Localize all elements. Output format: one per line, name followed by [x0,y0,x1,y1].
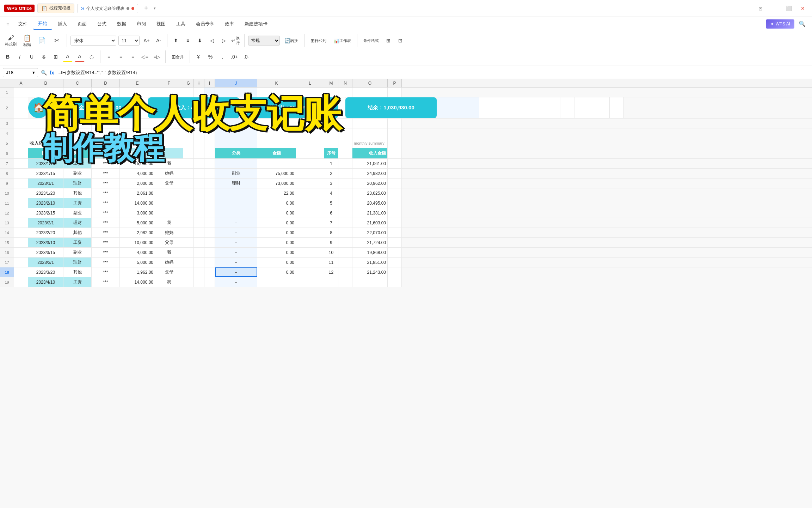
font-color-button[interactable]: A [75,52,85,62]
cell-13b[interactable]: 2023/2/1 [28,218,63,228]
cell-8n[interactable] [338,169,352,178]
menu-page[interactable]: 页面 [73,19,92,29]
minimize-button[interactable]: — [770,4,780,13]
cell-3p[interactable] [388,119,402,128]
paste-button[interactable]: 📋 粘贴 [21,33,33,48]
cell-10l[interactable] [296,188,324,198]
cell-11d[interactable]: *** [92,198,120,208]
cell-5i[interactable] [204,138,215,148]
cell-4j[interactable] [215,128,257,138]
col-header-e[interactable]: E [120,79,155,87]
cell-15d[interactable]: *** [92,238,120,247]
cell-12j[interactable] [215,208,257,218]
cell-17k[interactable]: 0.00 [257,258,296,267]
cell-reference-box[interactable]: J18 ▾ [3,68,38,77]
cell-1l[interactable] [296,87,324,97]
align-middle-button[interactable]: ≡ [183,36,193,46]
cell-8c[interactable]: 副业 [63,169,92,178]
col-header-c[interactable]: C [63,79,92,87]
cell-17b[interactable]: 2023/3/1 [28,258,63,267]
cell-7c[interactable]: 工资 [63,159,92,168]
cell-1j[interactable] [215,87,257,97]
menu-formula[interactable]: 公式 [92,19,111,29]
cell-13j[interactable]: − [215,218,257,228]
row-col-button[interactable]: ⊞ 行和列 [308,36,329,46]
cell-8j[interactable]: 副业 [215,169,257,178]
font-name-select[interactable]: 宋体 [70,36,116,46]
col-header-f[interactable]: F [155,79,183,87]
cell-2k[interactable] [479,97,518,118]
cell-2p[interactable] [610,97,624,118]
cell-14i[interactable] [204,228,215,237]
cell-9e[interactable]: 2,000.00 [120,179,155,188]
cell-7k[interactable] [257,159,296,168]
conditional-format-button[interactable]: 条件格式 [361,36,381,46]
more-button[interactable]: ⊞ [383,36,393,46]
cell-7n[interactable] [338,159,352,168]
cell-7b[interactable]: 2023/1/10 [28,159,63,168]
cell-15n[interactable] [338,238,352,247]
cell-8e[interactable]: 4,000.00 [120,169,155,178]
cell-4e[interactable] [120,128,155,138]
cell-7j[interactable] [215,159,257,168]
cell-7i[interactable] [204,159,215,168]
cell-2j[interactable] [437,97,479,118]
tab-template[interactable]: 📋 找程壳模板 [37,4,74,13]
cell-14e[interactable]: 2,982.00 [120,228,155,237]
erase-format-button[interactable]: ◌ [87,52,97,62]
cell-4a[interactable] [14,128,28,138]
cell-17f[interactable]: 她妈 [155,258,183,267]
align-right2-button[interactable]: ≡ [128,52,138,62]
cell-16d[interactable]: *** [92,248,120,257]
cell-12i[interactable] [204,208,215,218]
cell-1h[interactable] [194,87,204,97]
col-header-m[interactable]: M [324,79,338,87]
cell-14c[interactable]: 其他 [63,228,92,237]
cell-11f[interactable] [155,198,183,208]
cell-10m[interactable]: 4 [324,188,338,198]
cell-19m[interactable] [324,277,338,287]
copy-button[interactable]: 📄 [36,36,48,46]
cell-13l[interactable] [296,218,324,228]
cell-3l[interactable] [296,119,324,128]
currency-button[interactable]: ¥ [193,52,203,62]
cell-2l[interactable] [518,97,546,118]
cell-18p[interactable] [388,267,402,277]
cell-17j[interactable]: − [215,258,257,267]
cell-9m[interactable]: 3 [324,179,338,188]
cell-1i[interactable] [204,87,215,97]
cell-17g[interactable] [183,258,194,267]
cell-15i[interactable] [204,238,215,247]
cell-9d[interactable]: *** [92,179,120,188]
cell-1a[interactable] [14,87,28,97]
align-left2-button[interactable]: ≡ [104,52,114,62]
menu-tools[interactable]: 工具 [171,19,190,29]
decimal-increase-button[interactable]: .0+ [229,52,239,62]
cell-18n[interactable] [338,267,352,277]
cell-9l[interactable] [296,179,324,188]
cell-10g[interactable] [183,188,194,198]
cell-3f[interactable] [155,119,183,128]
cell-14a[interactable] [14,228,28,237]
cell-17d[interactable]: *** [92,258,120,267]
cell-4f[interactable] [155,128,183,138]
cell-5n[interactable] [338,138,352,148]
cell-4g[interactable] [183,128,194,138]
cell-16l[interactable] [296,248,324,257]
window-icon-btn[interactable]: ⊡ [756,4,765,13]
cell-16o[interactable]: 19,868.00 [352,248,388,257]
col-header-o[interactable]: O [352,79,388,87]
cell-16f[interactable]: 我 [155,248,183,257]
col-header-p[interactable]: P [388,79,402,87]
cell-9c[interactable]: 理财 [63,179,92,188]
cell-10o[interactable]: 23,625.00 [352,188,388,198]
close-button[interactable]: ✕ [798,4,808,13]
cell-11p[interactable] [388,198,402,208]
cell-18h[interactable] [194,267,204,277]
cell-14k[interactable]: 0.00 [257,228,296,237]
cell-11a[interactable] [14,198,28,208]
cell-18f[interactable]: 父母 [155,267,183,277]
cell-3b[interactable] [28,119,63,128]
cell-14o[interactable]: 22,070.00 [352,228,388,237]
italic-button[interactable]: I [15,52,25,62]
